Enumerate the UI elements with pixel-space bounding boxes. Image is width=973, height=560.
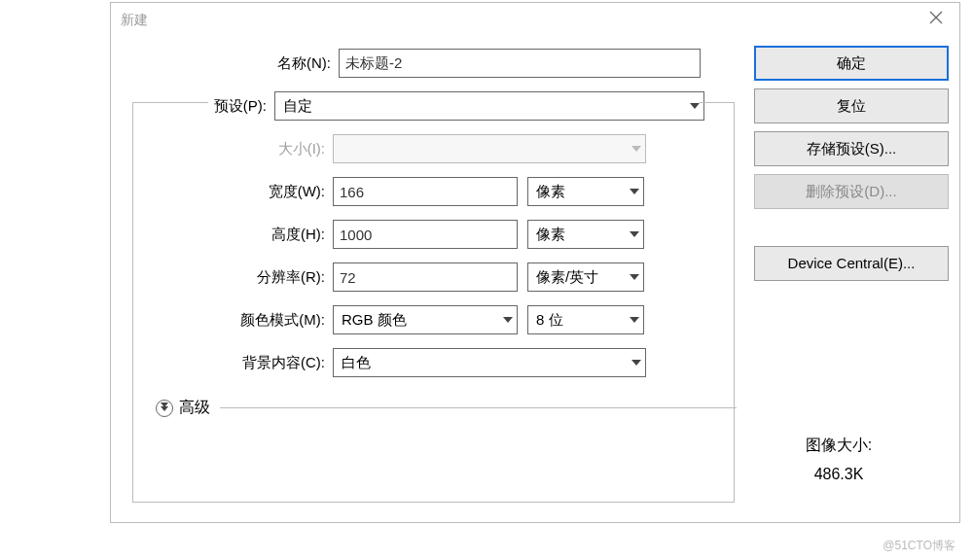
name-input[interactable]	[339, 49, 701, 78]
color-depth-value: 8 位	[536, 311, 563, 330]
watermark: @51CTO博客	[883, 538, 955, 554]
chevron-down-icon	[630, 274, 639, 280]
resolution-label: 分辨率(R):	[183, 268, 333, 287]
width-input[interactable]	[333, 177, 518, 206]
height-label: 高度(H):	[183, 226, 333, 244]
name-label: 名称(N):	[232, 54, 339, 73]
close-button[interactable]	[926, 9, 946, 28]
background-value: 白色	[342, 354, 371, 372]
dialog-title: 新建	[121, 12, 148, 27]
titlebar: 新建	[111, 3, 959, 36]
expand-icon	[156, 400, 173, 417]
ok-button[interactable]: 确定	[754, 46, 949, 81]
preset-label: 预设(P):	[125, 97, 274, 116]
resolution-unit-value: 像素/英寸	[536, 268, 598, 287]
chevron-down-icon	[630, 189, 639, 194]
chevron-down-icon	[630, 317, 639, 323]
width-unit-select[interactable]: 像素	[527, 177, 644, 206]
chevron-down-icon	[630, 231, 639, 237]
color-depth-select[interactable]: 8 位	[527, 305, 644, 334]
width-unit-value: 像素	[536, 183, 565, 201]
image-size-info: 图像大小: 486.3K	[751, 436, 926, 483]
chevron-down-icon	[690, 103, 700, 109]
chevron-down-icon	[631, 360, 641, 366]
delete-preset-button: 删除预设(D)...	[754, 174, 949, 209]
advanced-toggle[interactable]: 高级	[156, 398, 740, 418]
new-document-dialog: 新建 名称(N): 预设(P): 自定	[110, 2, 960, 523]
image-size-value: 486.3K	[751, 466, 926, 483]
preset-value: 自定	[283, 97, 312, 116]
device-central-button[interactable]: Device Central(E)...	[754, 246, 949, 281]
image-size-label: 图像大小:	[751, 436, 926, 456]
height-input[interactable]	[333, 220, 518, 249]
size-select	[333, 134, 646, 163]
preset-select[interactable]: 自定	[274, 91, 704, 121]
color-mode-value: RGB 颜色	[342, 311, 407, 330]
reset-button[interactable]: 复位	[754, 88, 949, 123]
size-label: 大小(I):	[183, 140, 333, 158]
resolution-unit-select[interactable]: 像素/英寸	[527, 262, 644, 292]
color-mode-select[interactable]: RGB 颜色	[333, 305, 518, 334]
save-preset-button[interactable]: 存储预设(S)...	[754, 131, 949, 166]
background-select[interactable]: 白色	[333, 348, 646, 377]
chevron-down-icon	[503, 317, 513, 323]
width-label: 宽度(W):	[183, 183, 333, 201]
chevron-down-icon	[631, 146, 641, 152]
height-unit-select[interactable]: 像素	[527, 220, 644, 249]
background-label: 背景内容(C):	[183, 354, 333, 372]
color-mode-label: 颜色模式(M):	[183, 311, 333, 330]
height-unit-value: 像素	[536, 226, 565, 244]
advanced-label: 高级	[179, 398, 210, 418]
resolution-input[interactable]	[333, 262, 518, 292]
